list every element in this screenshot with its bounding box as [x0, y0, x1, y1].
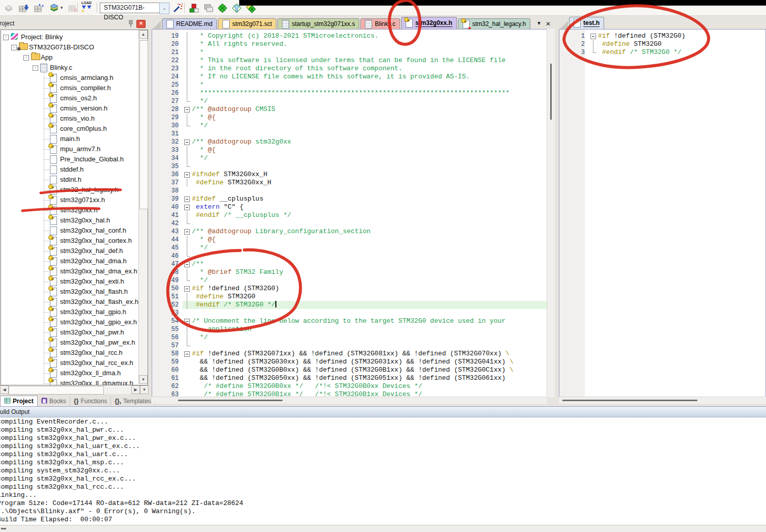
code-line[interactable]: 2 #define STM32G0	[559, 40, 765, 48]
panel-tab-project[interactable]: Project	[0, 396, 38, 406]
target-select[interactable]: STM32G071B-DISCO	[100, 3, 163, 13]
code-line[interactable]: 24 * If no LICENSE file comes with this …	[152, 73, 547, 81]
panel-tab-functions[interactable]: {}Functions	[70, 396, 111, 406]
code-line[interactable]: 48 * @brief STM32 Family	[152, 268, 547, 276]
code-line[interactable]: 51 #define STM32G0	[152, 293, 547, 301]
code-line[interactable]: 61 && !defined (STM32G050xx) && !defined…	[152, 374, 547, 382]
code-line[interactable]: 19 * Copyright (c) 2018-2021 STMicroelec…	[152, 32, 547, 40]
code-line[interactable]: 33 * @{	[152, 146, 547, 154]
tab-readme-md[interactable]: README.md	[162, 18, 217, 29]
tab-test-h[interactable]: test.h	[569, 17, 604, 29]
editor-hscrollbar[interactable]	[152, 397, 547, 404]
code-line[interactable]: 27 */	[152, 97, 547, 105]
tree-item-core-cm0plus-h[interactable]: core_cm0plus.h	[1, 124, 148, 134]
fold-toggle-icon[interactable]	[183, 350, 192, 358]
code-line[interactable]: 1#if !defined (STM32G0)	[559, 32, 765, 40]
tree-item-stm32g0xx-hal-def-h[interactable]: stm32g0xx_hal_def.h	[1, 246, 148, 256]
panel-tab-books[interactable]: Books	[38, 396, 70, 406]
fold-toggle-icon[interactable]	[183, 285, 192, 293]
tree-item-stm32g0xx-hal-dma-h[interactable]: stm32g0xx_hal_dma.h	[1, 256, 148, 266]
tree-item-app[interactable]: -App	[1, 52, 148, 63]
code-line[interactable]: 34 */	[152, 154, 547, 162]
code-line[interactable]: 57	[152, 342, 547, 350]
code-line[interactable]: 26 *************************************…	[152, 89, 547, 97]
fold-toggle-icon[interactable]	[183, 171, 192, 179]
fold-toggle-icon[interactable]	[183, 228, 192, 236]
fold-toggle-icon[interactable]	[589, 32, 598, 40]
build-output-log[interactable]: compiling EventRecorder.c...compiling st…	[0, 418, 766, 525]
tree-item-main-h[interactable]: main.h	[1, 134, 148, 144]
project-tree-vscrollbar[interactable]: ▲ ▼	[138, 30, 148, 384]
code-line[interactable]: 23 * in the root directory of this softw…	[152, 65, 547, 73]
pack-installer-icon[interactable]	[216, 2, 229, 14]
tree-item-stm32g0xx-hal-rcc-ex-h[interactable]: stm32g0xx_hal_rcc_ex.h	[1, 358, 148, 368]
code-line[interactable]: 29 * @{	[152, 114, 547, 122]
code-line[interactable]: 55 application	[152, 325, 547, 333]
rebuild-icon[interactable]	[33, 2, 46, 14]
code-line[interactable]: 21 *	[152, 48, 547, 57]
tab-stm32g0xx-h[interactable]: stm32g0xx.h	[401, 17, 457, 29]
tree-item-stm32g0xx-hal-gpio-h[interactable]: stm32g0xx_hal_gpio.h	[1, 307, 148, 317]
code-line[interactable]: 47/**	[152, 260, 547, 268]
code-line[interactable]: 49 */	[152, 276, 547, 285]
build-icon[interactable]	[17, 2, 31, 14]
tree-item-pre-include-global-h[interactable]: Pre_Include_Global.h	[1, 154, 148, 164]
code-line[interactable]: 62 /* #define STM32G0B0xx */ /*!< STM32G…	[152, 382, 547, 390]
tab-list-dropdown-icon[interactable]: ▼	[536, 20, 542, 26]
code-editor[interactable]: 1#if !defined (STM32G0)2 #define STM32G0…	[559, 29, 766, 397]
fold-toggle-icon[interactable]	[183, 203, 192, 211]
tree-item-stm32g071b-disco[interactable]: -STM32G071B-DISCO	[1, 42, 148, 52]
tree-item-stm32g0xx-hal-cortex-h[interactable]: stm32g0xx_hal_cortex.h	[1, 236, 148, 246]
code-line[interactable]: 46	[152, 252, 547, 260]
pin-icon[interactable]	[127, 19, 134, 27]
code-line[interactable]: 28/** @addtogroup CMSIS	[152, 105, 547, 114]
tree-item-cmsis-version-h[interactable]: cmsis_version.h	[1, 103, 148, 114]
code-line[interactable]: 44 * @{	[152, 236, 547, 244]
tree-item-mpu-armv7-h[interactable]: mpu_armv7.h	[1, 144, 148, 154]
tree-collapse-icon[interactable]: -	[11, 45, 17, 50]
tree-item-stm32g0xx-hal-conf-h[interactable]: stm32g0xx_hal_conf.h	[1, 226, 148, 236]
editor-vscrollbar[interactable]	[547, 29, 555, 397]
code-line[interactable]: 41 #endif /* __cplusplus */	[152, 211, 547, 219]
tree-item-cmsis-compiler-h[interactable]: cmsis_compiler.h	[1, 83, 148, 93]
code-line[interactable]: 35	[152, 162, 547, 171]
tree-item-stm32g0xx-ll-dma-h[interactable]: stm32g0xx_ll_dma.h	[1, 368, 148, 378]
tree-item-stm32g0xx-hal-flash-h[interactable]: stm32g0xx_hal_flash.h	[1, 287, 148, 297]
code-line[interactable]: 42	[152, 219, 547, 228]
tab-stm32g071-sct[interactable]: stm32g071.sct	[218, 18, 276, 29]
code-line[interactable]: 50#if !defined (STM32G0)	[152, 285, 547, 293]
tree-item-stddef-h[interactable]: stddef.h	[1, 164, 148, 175]
tree-item-stm32g0xx-hal-gpio-ex-h[interactable]: stm32g0xx_hal_gpio_ex.h	[1, 317, 148, 327]
tree-item-blinky-c[interactable]: -Blinky.c	[1, 63, 148, 73]
code-line[interactable]: 25 *	[152, 81, 547, 89]
code-line[interactable]: 43/** @addtogroup Library_configuration_…	[152, 228, 547, 236]
project-tree-hscrollbar[interactable]: ◀ ▶ ▼	[0, 385, 149, 394]
tree-item-cmsis-vio-h[interactable]: cmsis_vio.h	[1, 114, 148, 124]
code-line[interactable]: 20 * All rights reserved.	[152, 40, 547, 48]
code-line[interactable]: 38	[152, 187, 547, 195]
tree-item-stm32g0xx-h[interactable]: stm32g0xx.h	[1, 205, 148, 215]
code-line[interactable]: 60 && !defined (STM32G0B0xx) && !defined…	[152, 366, 547, 374]
fold-toggle-icon[interactable]	[183, 317, 192, 325]
code-line[interactable]: 22 * This software is licensed under ter…	[152, 57, 547, 65]
screen-layers-icon[interactable]	[202, 2, 215, 14]
code-line[interactable]: 30 */	[152, 122, 547, 130]
tree-item-project-blinky[interactable]: -Project: Blinky	[1, 32, 148, 42]
code-line[interactable]: 53	[152, 309, 547, 317]
panel-tab-templates[interactable]: {},Templates	[111, 396, 155, 406]
translate-icon[interactable]	[2, 2, 15, 14]
fold-toggle-icon[interactable]	[183, 105, 192, 114]
fold-toggle-icon[interactable]	[183, 138, 192, 146]
options-wand-icon[interactable]	[171, 2, 184, 14]
code-line[interactable]: 3 #endif /* STM32G0 */	[559, 48, 765, 57]
code-line[interactable]: 31	[152, 130, 547, 138]
code-line[interactable]: 45 */	[152, 244, 547, 252]
tree-item-cmsis-os2-h[interactable]: cmsis_os2.h	[1, 93, 148, 103]
code-line[interactable]: 37 #define STM32G0xx_H	[152, 179, 547, 187]
code-line[interactable]: 40 extern "C" {	[152, 203, 547, 211]
code-line[interactable]: 59 && !defined (STM32G030xx) && !defined…	[152, 358, 547, 366]
tab-stm32-hal-legacy-h[interactable]: stm32_hal_legacy.h	[458, 18, 531, 29]
tree-item-stm32-hal-legacy-h[interactable]: stm32_hal_legacy.h	[1, 185, 148, 195]
manage-components-icon[interactable]	[187, 2, 201, 14]
tree-item-stm32g0xx-hal-flash-ex-h[interactable]: stm32g0xx_hal_flash_ex.h	[1, 297, 148, 307]
